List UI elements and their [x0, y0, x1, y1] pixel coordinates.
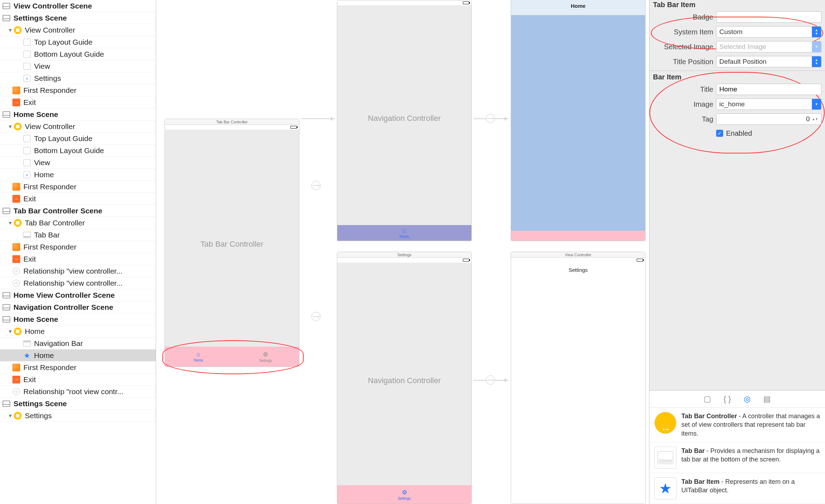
- outline-item[interactable]: ▼View Controller: [0, 121, 156, 133]
- segue-badge-icon[interactable]: ⟶: [311, 181, 321, 190]
- scene-header[interactable]: View Controller Scene: [0, 0, 156, 12]
- outline-item[interactable]: Navigation Bar: [0, 337, 156, 349]
- outline-item[interactable]: Exit: [0, 96, 156, 108]
- selected-image-select[interactable]: Selected Image▼: [716, 41, 821, 52]
- scene-navcontroller-home[interactable]: Navigation Controller ⌂Home: [337, 0, 472, 241]
- layout-guide-icon: [23, 135, 31, 142]
- disclosure-icon[interactable]: ▼: [8, 124, 13, 129]
- checkbox-label: Enabled: [726, 129, 752, 138]
- field-title-position: Title Position Default Position▲▼: [649, 54, 825, 69]
- outline-item[interactable]: Tab Bar: [0, 229, 156, 241]
- scene-tabbarcontroller[interactable]: Tab Bar Controller Tab Bar Controller ⌂H…: [165, 119, 299, 367]
- scene-header[interactable]: Settings Scene: [0, 398, 156, 410]
- outline-item[interactable]: Exit: [0, 193, 156, 205]
- scene-header[interactable]: Settings Scene: [0, 12, 156, 24]
- outline-item[interactable]: First Responder: [0, 362, 156, 374]
- tab-settings[interactable]: ⚙Settings: [232, 347, 299, 366]
- image-select[interactable]: ic_home▼: [716, 99, 821, 110]
- disclosure-icon[interactable]: ▼: [8, 27, 13, 33]
- title-input[interactable]: [716, 84, 821, 95]
- library-item[interactable]: Tab Bar Controller - A controller that m…: [649, 408, 825, 442]
- outline-item[interactable]: Exit: [0, 253, 156, 265]
- field-label: Title: [653, 85, 713, 94]
- tab-label: Home: [194, 358, 203, 362]
- outline-item[interactable]: Relationship "view controller...: [0, 277, 156, 289]
- outline-item[interactable]: Bottom Layout Guide: [0, 145, 156, 157]
- first-responder-icon: [12, 183, 20, 191]
- scene-header[interactable]: Home Scene: [0, 313, 156, 325]
- tab-label: Settings: [259, 359, 272, 363]
- outline-label: Tab Bar Controller: [25, 219, 85, 227]
- outline-item[interactable]: First Responder: [0, 181, 156, 193]
- relationship-icon: [13, 268, 20, 275]
- scene-home-vc[interactable]: Home: [511, 0, 646, 241]
- library-tab-code-icon[interactable]: { }: [722, 394, 732, 404]
- first-responder-icon: [12, 364, 20, 371]
- title-position-select[interactable]: Default Position▲▼: [716, 56, 821, 67]
- document-outline[interactable]: View Controller Scene Settings Scene ▼Vi…: [0, 0, 156, 504]
- stepper-arrows-icon[interactable]: ▲▼: [812, 117, 818, 121]
- outline-item[interactable]: First Responder: [0, 84, 156, 96]
- segue-badge-icon[interactable]: ⟶: [486, 375, 495, 385]
- segue-badge-icon[interactable]: ⟶: [486, 114, 495, 123]
- scene-header[interactable]: Tab Bar Controller Scene: [0, 205, 156, 217]
- outline-item[interactable]: ▼Home: [0, 325, 156, 337]
- tabbar-icon: [23, 232, 31, 238]
- outline-item[interactable]: Top Layout Guide: [0, 36, 156, 48]
- storyboard-canvas[interactable]: Tab Bar Controller Tab Bar Controller ⌂H…: [156, 0, 649, 504]
- outline-label: Exit: [23, 195, 36, 203]
- field-badge: Badge: [649, 10, 825, 24]
- library-item-name: Tab Bar Controller: [681, 413, 737, 420]
- outline-label: Relationship "view controller...: [23, 279, 122, 287]
- library-item[interactable]: ★ Tab Bar Item - Represents an item on a…: [649, 473, 825, 504]
- scene-header[interactable]: Home View Controller Scene: [0, 289, 156, 301]
- field-label: Tag: [653, 115, 713, 123]
- field-enabled[interactable]: ✓ Enabled: [649, 127, 825, 140]
- outline-item[interactable]: Relationship "root view contr...: [0, 386, 156, 398]
- scene-settings-vc[interactable]: View Controller Settings: [511, 252, 646, 504]
- outline-item[interactable]: First Responder: [0, 241, 156, 253]
- outline-item[interactable]: Bottom Layout Guide: [0, 48, 156, 60]
- tab-bar[interactable]: ⌂Home ⚙Settings: [165, 347, 299, 366]
- outline-item[interactable]: ‹Settings: [0, 72, 156, 84]
- tab-settings[interactable]: ⚙Settings: [337, 485, 471, 504]
- scene-icon: [2, 316, 10, 323]
- library-tab-objects-icon[interactable]: ◎: [742, 394, 752, 404]
- tab-bar[interactable]: ⚙Settings: [337, 485, 471, 504]
- outline-label: Bottom Layout Guide: [34, 146, 104, 155]
- tab-home[interactable]: ⌂Home: [165, 347, 232, 366]
- outline-item[interactable]: ‹Home: [0, 169, 156, 181]
- outline-item[interactable]: ▼Tab Bar Controller: [0, 217, 156, 229]
- disclosure-icon[interactable]: ▼: [8, 220, 13, 226]
- outline-item[interactable]: View: [0, 60, 156, 72]
- scene-header[interactable]: Home Scene: [0, 108, 156, 121]
- scene-navcontroller-settings[interactable]: Settings Navigation Controller ⚙Settings: [337, 252, 472, 504]
- library-tab-media-icon[interactable]: ▤: [762, 394, 772, 404]
- disclosure-icon[interactable]: ▼: [8, 413, 13, 419]
- tag-stepper[interactable]: 0▲▼: [716, 113, 821, 125]
- outline-item-selected[interactable]: ★Home: [0, 349, 156, 362]
- outline-item[interactable]: ▼Settings: [0, 410, 156, 422]
- scene-header[interactable]: Navigation Controller Scene: [0, 301, 156, 313]
- gear-icon: ⚙: [263, 351, 268, 358]
- battery-icon: [463, 1, 469, 4]
- scene-placeholder-label: Tab Bar Controller: [165, 240, 299, 249]
- checkbox-icon[interactable]: ✓: [716, 130, 723, 137]
- disclosure-icon[interactable]: ▼: [8, 329, 13, 334]
- outline-item[interactable]: Top Layout Guide: [0, 133, 156, 145]
- tab-home[interactable]: ⌂Home: [337, 225, 471, 241]
- outline-item[interactable]: Relationship "view controller...: [0, 265, 156, 277]
- view-icon: [23, 63, 31, 70]
- system-item-select[interactable]: Custom▲▼: [716, 26, 821, 38]
- segue-badge-icon[interactable]: ⟶: [311, 312, 321, 321]
- outline-item[interactable]: ▼View Controller: [0, 24, 156, 36]
- back-icon: ‹: [23, 171, 31, 178]
- outline-label: Settings: [34, 74, 61, 83]
- outline-item[interactable]: View: [0, 157, 156, 169]
- outline-item[interactable]: Exit: [0, 374, 156, 386]
- tab-bar[interactable]: ⌂Home: [337, 225, 471, 241]
- library-item[interactable]: ★••• Tab Bar - Provides a mechanism for …: [649, 442, 825, 473]
- badge-input[interactable]: [716, 11, 821, 23]
- library-tab-file-icon[interactable]: ▢: [703, 394, 713, 404]
- first-responder-icon: [12, 86, 20, 94]
